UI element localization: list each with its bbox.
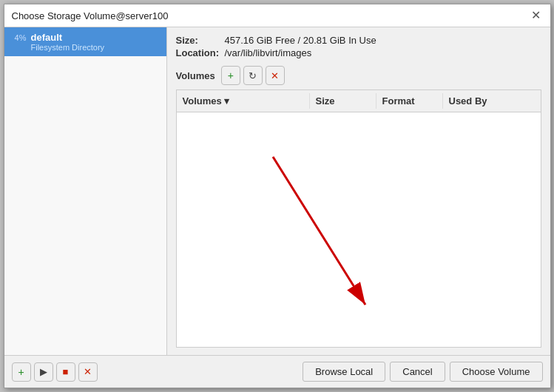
location-row: Location: /var/lib/libvirt/images: [176, 47, 541, 58]
close-button[interactable]: ✕: [530, 9, 543, 22]
delete-icon: ✕: [271, 70, 279, 81]
choose-volume-button[interactable]: Choose Volume: [450, 362, 543, 382]
sort-arrow-icon: ▾: [224, 95, 229, 107]
volumes-section: Volumes + ↻ ✕ Volumes ▾: [176, 66, 541, 348]
main-panel: Size: 457.16 GiB Free / 20.81 GiB In Use…: [167, 27, 550, 355]
titlebar: Choose Storage Volume@server100 ✕: [4, 4, 550, 27]
stop-pool-button[interactable]: ■: [56, 362, 75, 382]
size-row: Size: 457.16 GiB Free / 20.81 GiB In Use: [176, 35, 541, 46]
location-label: Location:: [176, 47, 220, 58]
delete-pool-icon: ✕: [84, 366, 92, 377]
content-area: 4% default Filesystem Directory Size: 45…: [4, 27, 550, 355]
bottom-right-actions: Browse Local Cancel Choose Volume: [303, 362, 542, 382]
info-section: Size: 457.16 GiB Free / 20.81 GiB In Use…: [176, 35, 541, 58]
col-header-size[interactable]: Size: [310, 93, 376, 109]
table-header: Volumes ▾ Size Format Used By: [177, 90, 541, 112]
size-label: Size:: [176, 35, 220, 46]
sidebar-item-type: Filesystem Directory: [31, 43, 105, 52]
browse-local-button[interactable]: Browse Local: [303, 362, 385, 382]
size-value: 457.16 GiB Free / 20.81 GiB In Use: [225, 35, 376, 46]
sidebar-item-info: default Filesystem Directory: [31, 32, 105, 52]
col-header-usedby[interactable]: Used By: [443, 93, 541, 109]
sidebar-item-name: default: [31, 32, 105, 43]
svg-line-1: [273, 157, 365, 305]
arrow-svg: [251, 142, 399, 334]
cancel-button[interactable]: Cancel: [390, 362, 445, 382]
add-pool-button[interactable]: +: [12, 362, 31, 382]
main-window: Choose Storage Volume@server100 ✕ 4% def…: [4, 4, 551, 388]
stop-icon: ■: [63, 366, 69, 377]
play-icon: ▶: [40, 366, 47, 377]
sidebar: 4% default Filesystem Directory: [4, 27, 167, 355]
window-title: Choose Storage Volume@server100: [12, 10, 169, 21]
volumes-header: Volumes + ↻ ✕: [176, 66, 541, 85]
col-header-volumes[interactable]: Volumes ▾: [177, 93, 310, 109]
col-header-format[interactable]: Format: [376, 93, 443, 109]
delete-pool-button[interactable]: ✕: [78, 362, 98, 382]
refresh-volume-button[interactable]: ↻: [243, 66, 263, 85]
bottom-bar: + ▶ ■ ✕ Browse Local Cancel Choose Volum…: [4, 355, 550, 388]
table-body: [177, 112, 541, 347]
arrow-indicator: [251, 142, 399, 337]
sidebar-item-percent: 4%: [10, 33, 27, 42]
volumes-table: Volumes ▾ Size Format Used By: [176, 89, 541, 348]
volumes-label: Volumes: [176, 70, 215, 81]
refresh-icon: ↻: [249, 70, 257, 81]
bottom-left-actions: + ▶ ■ ✕: [12, 362, 98, 382]
delete-volume-button[interactable]: ✕: [266, 66, 285, 85]
sidebar-item-default[interactable]: 4% default Filesystem Directory: [4, 27, 166, 56]
start-pool-button[interactable]: ▶: [34, 362, 53, 382]
add-volume-button[interactable]: +: [221, 66, 240, 85]
location-value: /var/lib/libvirt/images: [225, 47, 312, 58]
